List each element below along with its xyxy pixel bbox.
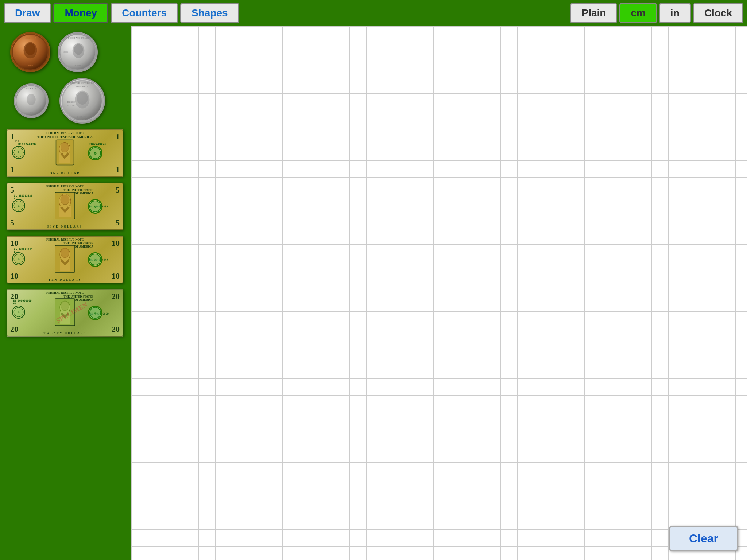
drawing-canvas[interactable]: Clear (131, 26, 747, 560)
dime-coin[interactable]: LIBERTY 2001 (14, 83, 49, 118)
in-button[interactable]: in (659, 3, 691, 23)
svg-text:⚙: ⚙ (94, 152, 97, 155)
bill-5-denom-tr: 5 (116, 185, 120, 195)
main-area: LIBERTY 2002 (0, 26, 747, 560)
counters-button[interactable]: Counters (111, 3, 178, 23)
svg-point-40 (61, 195, 69, 205)
bill-20-bottom: TWENTY DOLLARS (43, 331, 86, 335)
svg-text:2001: 2001 (63, 51, 68, 53)
svg-text:L: L (18, 257, 19, 261)
bill-10-bottom: TEN DOLLARS (49, 278, 81, 281)
svg-text:2001: 2001 (29, 112, 33, 114)
svg-text:LIBERTY: LIBERTY (77, 116, 88, 118)
bill-5-bottom: FIVE DOLLARS (47, 225, 82, 228)
shapes-button[interactable]: Shapes (180, 3, 239, 23)
svg-text:LIBERTY: LIBERTY (24, 36, 37, 40)
ten-dollar-bill[interactable]: 10 10 10 10 FEDERAL RESERVE NOTE THE UNI… (7, 236, 123, 283)
bill-1-denom-tr: 1 (116, 132, 120, 141)
svg-text:QUARTER DOLLAR: QUARTER DOLLAR (73, 118, 92, 121)
svg-text:LIBERTY: LIBERTY (72, 64, 83, 67)
svg-text:⚙: ⚙ (94, 312, 97, 315)
draw-button[interactable]: Draw (4, 3, 51, 23)
bill-1-serial-2: B10774942G (89, 143, 106, 146)
bill-1-fed: F 2 (15, 140, 19, 143)
twenty-dollar-bill[interactable]: 20 20 20 20 FEDERAL RESERVE NOTE THE UNI… (7, 289, 123, 337)
toolbar: Draw Money Counters Shapes Plain cm in C… (0, 0, 747, 26)
svg-text:⚙: ⚙ (94, 205, 97, 209)
svg-point-49 (61, 248, 69, 258)
one-dollar-bill[interactable]: 1 1 1 1 FEDERAL RESERVE NOTE THE UNITED … (7, 129, 123, 177)
penny-coin[interactable]: LIBERTY 2002 (10, 32, 50, 72)
view-options: Plain cm in Clock (570, 3, 743, 23)
bill-1-bottom: ONE DOLLAR (50, 172, 80, 175)
svg-text:IN GOD WE TRUST: IN GOD WE TRUST (66, 36, 90, 39)
svg-point-1 (24, 42, 37, 58)
svg-text:E: E (18, 311, 19, 314)
clock-button[interactable]: Clock (693, 3, 743, 23)
bill-10-denom-tl: 10 (10, 238, 18, 248)
left-panel: LIBERTY 2002 (0, 26, 131, 560)
bill-5-denom-tl: 5 (10, 185, 14, 195)
bill-10-denom-br: 10 (112, 271, 120, 281)
bill-20-denom-bl: 20 (10, 324, 18, 334)
nickel-coin[interactable]: IN GOD WE TRUST LIBERTY 2001 (58, 32, 98, 72)
svg-text:2: 2 (23, 151, 24, 153)
svg-point-31 (61, 143, 69, 152)
bill-1-denom-bl: 1 (10, 165, 14, 174)
svg-text:AMERICA: AMERICA (76, 85, 88, 88)
bill-20-denom-br: 20 (112, 324, 120, 334)
svg-point-0 (12, 34, 48, 70)
bill-1-denom-br: 1 (116, 165, 120, 174)
money-button[interactable]: Money (53, 3, 108, 23)
quarter-coin[interactable]: UNITED STATES OF AMERICA LIBERTY IN GOD … (59, 78, 105, 124)
bill-10-denom-bl: 10 (10, 271, 18, 281)
bill-5-header: FEDERAL RESERVE NOTE (46, 185, 84, 188)
coins-row-1: LIBERTY 2002 (7, 32, 125, 72)
svg-point-58 (61, 301, 69, 311)
coins-row-2: LIBERTY 2001 (7, 78, 125, 124)
svg-text:LIBERTY: LIBERTY (26, 87, 36, 89)
svg-text:2002: 2002 (28, 64, 33, 67)
plain-button[interactable]: Plain (570, 3, 617, 23)
bill-1-fed2: 2 (15, 152, 17, 155)
five-dollar-bill[interactable]: 5 5 5 5 FEDERAL RESERVE NOTE THE UNITED … (7, 183, 123, 230)
clear-button[interactable]: Clear (669, 526, 738, 551)
svg-text:B: B (18, 151, 20, 154)
bill-5-denom-br: 5 (116, 218, 120, 228)
svg-text:⚙: ⚙ (94, 258, 97, 262)
bill-20-header: FEDERAL RESERVE NOTE (46, 291, 84, 295)
svg-point-17 (77, 92, 88, 105)
svg-point-12 (27, 94, 35, 105)
svg-text:UNITED STATES OF: UNITED STATES OF (70, 82, 94, 85)
bill-1-denom-tl: 1 (10, 132, 14, 141)
bill-10-header: FEDERAL RESERVE NOTE (46, 238, 84, 241)
bill-20-denom-tr: 20 (112, 292, 120, 301)
bill-20-serial-1: EE 00000000DE5 (13, 299, 32, 305)
svg-text:WE TRUST: WE TRUST (67, 104, 79, 106)
bill-10-denom-tr: 10 (112, 238, 120, 248)
bill-5-denom-bl: 5 (10, 218, 14, 228)
cm-button[interactable]: cm (619, 3, 657, 23)
bill-1-header: FEDERAL RESERVE NOTE (46, 132, 84, 135)
svg-point-2 (25, 43, 36, 55)
svg-point-7 (74, 44, 83, 55)
svg-text:L: L (18, 204, 19, 207)
bill-1-title: THE UNITED STATES OF AMERICA (37, 135, 93, 139)
svg-text:IN GOD: IN GOD (67, 101, 76, 103)
grid (131, 26, 747, 560)
